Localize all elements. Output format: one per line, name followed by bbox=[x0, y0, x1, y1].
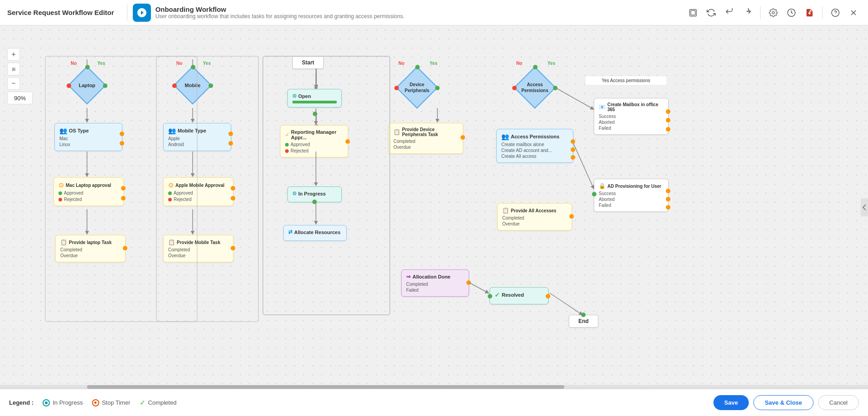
laptop-right-connector bbox=[103, 83, 107, 88]
mac-laptop-approval-label: Mac Laptop approval bbox=[66, 183, 111, 188]
workflow-icon bbox=[133, 4, 151, 22]
laptop-diamond[interactable]: Laptop No Yes bbox=[69, 67, 105, 103]
settings-button[interactable] bbox=[766, 5, 781, 20]
resolved-connector bbox=[546, 294, 550, 299]
save-button[interactable]: Save bbox=[713, 395, 749, 410]
resolved-label: Resolved bbox=[502, 292, 524, 298]
ad-success-connector bbox=[666, 189, 670, 193]
create-mailbox-node[interactable]: 📧 Create Mailbox in office 365 Success A… bbox=[594, 98, 669, 135]
close-button[interactable] bbox=[846, 5, 861, 20]
reporting-manager-node[interactable]: ✓ Reporting Manager Appr... Approved Rej… bbox=[280, 125, 348, 157]
open-node[interactable]: ⊙ Open bbox=[287, 89, 342, 108]
access-permissions-diamond[interactable]: AccessPermissions No Yes bbox=[514, 67, 555, 108]
allocate-resources-node[interactable]: ⇄ Allocate Resources bbox=[283, 225, 347, 241]
end-connector bbox=[581, 313, 586, 317]
zoom-out-button[interactable]: − bbox=[7, 77, 20, 90]
footer: Legend : In Progress Stop Timer ✓ Comple… bbox=[0, 389, 868, 416]
provide-mobile-task-node[interactable]: 📋 Provide Mobile Task Completed Overdue bbox=[163, 235, 233, 262]
device-top-connector bbox=[415, 65, 420, 69]
redo-button[interactable] bbox=[740, 5, 755, 20]
in-progress-label: In Progress bbox=[298, 191, 326, 196]
stop-timer-icon bbox=[92, 399, 99, 406]
svg-point-2 bbox=[772, 11, 775, 14]
os-type-node[interactable]: 👥 OS Type Mac Linux bbox=[54, 123, 122, 151]
help-button[interactable] bbox=[828, 5, 843, 20]
svg-line-28 bbox=[550, 293, 582, 315]
end-label: End bbox=[578, 318, 589, 324]
mac-approval-approved-connector bbox=[121, 186, 126, 191]
header-toolbar bbox=[686, 5, 861, 20]
provide-all-accesses-node[interactable]: 📋 Provide All Accesses Completed Overdue bbox=[497, 203, 572, 230]
in-progress-node[interactable]: ⊙ In Progress bbox=[287, 186, 342, 202]
mac-laptop-approval-node[interactable]: ⊙ Mac Laptop approval Approved Rejected bbox=[53, 177, 124, 206]
horizontal-scrollbar[interactable] bbox=[0, 385, 868, 389]
create-mailbox-label: Create Mailbox in office 365 bbox=[607, 102, 664, 112]
workflow-canvas-area[interactable]: + ⊞ − 90% Start ⊙ bbox=[0, 25, 868, 389]
workflow-info: Onboarding Workflow User onboarding work… bbox=[155, 5, 405, 20]
provide-mobile-label: Provide Mobile Task bbox=[177, 240, 220, 245]
refresh-button[interactable] bbox=[704, 5, 718, 20]
device-peripherals-diamond[interactable]: DevicePeripherals No Yes bbox=[397, 67, 437, 108]
android-connector bbox=[228, 141, 233, 146]
access-permissions-task-node[interactable]: 👥 Access Permissions Create mailbox alon… bbox=[496, 129, 573, 163]
laptop-left-connector bbox=[67, 83, 71, 88]
legend-label: Legend : bbox=[9, 399, 34, 406]
device-right-connector bbox=[435, 86, 440, 90]
access-right-connector bbox=[553, 86, 558, 90]
svg-line-27 bbox=[469, 283, 489, 293]
device-no: No bbox=[398, 61, 404, 66]
apple-mobile-approval-label: Apple Mobile Approval bbox=[175, 183, 224, 188]
allocation-done-node[interactable]: ⇒ Allocation Done Completed Failed bbox=[401, 269, 469, 297]
footer-actions: Save Save & Close Cancel bbox=[713, 395, 859, 410]
mobile-type-node[interactable]: 👥 Mobile Type Apple Android bbox=[163, 123, 231, 151]
allocation-done-connector bbox=[466, 280, 471, 285]
resolved-node[interactable]: ✓ Resolved bbox=[490, 287, 548, 304]
start-label: Start bbox=[302, 59, 314, 66]
provide-all-accesses-label: Provide All Accesses bbox=[511, 208, 556, 213]
mobile-label: Mobile bbox=[175, 67, 211, 103]
allocation-done-label: Allocation Done bbox=[412, 274, 451, 279]
zoom-fit-button[interactable]: ⊞ bbox=[7, 63, 20, 75]
zoom-in-button[interactable]: + bbox=[7, 48, 20, 61]
device-left-connector bbox=[394, 86, 399, 90]
app-title: Service Request Workflow Editor bbox=[7, 9, 114, 16]
export-button[interactable] bbox=[802, 5, 817, 20]
mac-approval-rejected-connector bbox=[121, 196, 126, 201]
reporting-manager-label: Reporting Manager Appr... bbox=[291, 129, 343, 140]
svg-line-25 bbox=[555, 88, 594, 109]
start-node[interactable]: Start bbox=[292, 56, 324, 69]
save-close-button[interactable]: Save & Close bbox=[753, 395, 813, 410]
svg-rect-1 bbox=[691, 10, 695, 15]
zoom-level: 90% bbox=[7, 92, 33, 104]
collapse-panel-tab[interactable] bbox=[861, 198, 868, 216]
access-ad-connector bbox=[571, 147, 575, 152]
history-button[interactable] bbox=[784, 5, 799, 20]
cancel-button[interactable]: Cancel bbox=[818, 395, 859, 410]
access-yes: Yes bbox=[548, 61, 555, 66]
os-type-label: OS Type bbox=[69, 128, 89, 133]
mobile-diamond[interactable]: Mobile No Yes bbox=[175, 67, 211, 103]
device-task-connector bbox=[461, 135, 465, 140]
workflow-desc: User onboarding workflow that includes t… bbox=[155, 13, 405, 20]
legend-completed-label: Completed bbox=[148, 399, 177, 406]
apple-approval-rejected-connector bbox=[231, 196, 235, 201]
mobile-top-connector bbox=[191, 65, 195, 69]
device-peripherals-label: DevicePeripherals bbox=[397, 67, 437, 108]
undo-button[interactable] bbox=[722, 5, 737, 20]
provide-laptop-task-node[interactable]: 📋 Provide laptop Task Completed Overdue bbox=[55, 235, 126, 262]
workflow-name: Onboarding Workflow bbox=[155, 5, 405, 13]
apple-mobile-approval-node[interactable]: ⊙ Apple Mobile Approval Approved Rejecte… bbox=[163, 177, 233, 206]
end-node[interactable]: End bbox=[569, 315, 598, 328]
in-progress-icon bbox=[43, 399, 50, 406]
access-all-connector bbox=[571, 155, 575, 160]
select-tool-button[interactable] bbox=[686, 5, 700, 20]
svg-line-26 bbox=[573, 143, 594, 189]
zoom-controls: + ⊞ − 90% bbox=[7, 48, 33, 104]
ad-provisioning-node[interactable]: 🔒 AD Provisioning for User Success Abort… bbox=[594, 179, 669, 212]
ad-left-connector bbox=[592, 192, 596, 196]
provide-device-task-node[interactable]: 📋 Provide Device Peripherals Task Comple… bbox=[388, 123, 463, 154]
mobile-no: No bbox=[176, 61, 182, 66]
completed-icon: ✓ bbox=[140, 398, 145, 407]
access-left-connector bbox=[512, 86, 517, 90]
legend-completed: ✓ Completed bbox=[140, 398, 177, 407]
